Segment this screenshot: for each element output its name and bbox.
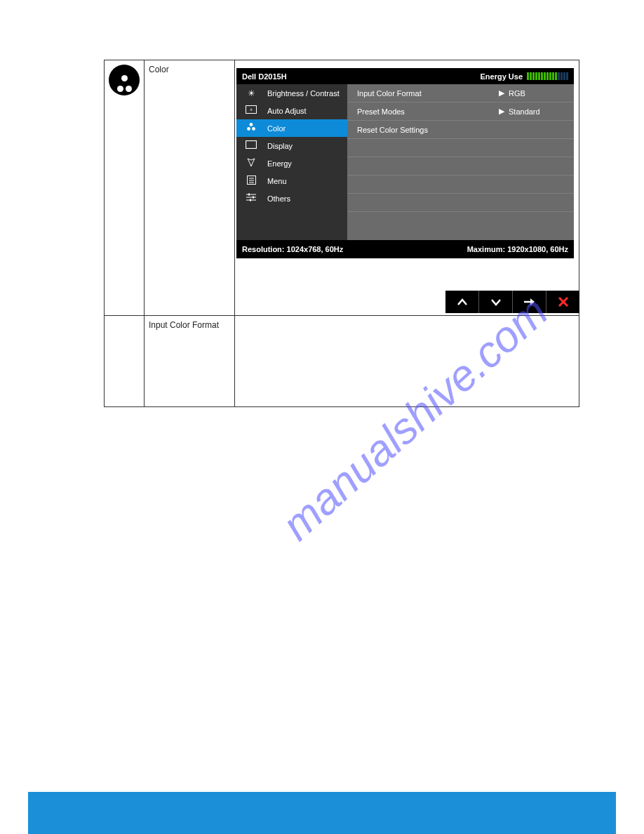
- submenu-arrow-icon: ▶: [495, 88, 509, 98]
- document-table: Color Dell D2015H Energy Use: [104, 60, 579, 407]
- svg-rect-14: [253, 197, 254, 199]
- nav-item-energy[interactable]: Energy: [236, 154, 347, 172]
- osd-title: Dell D2015H: [242, 72, 287, 81]
- energy-use-label: Energy Use: [480, 72, 523, 81]
- svg-point-4: [252, 127, 255, 131]
- up-button[interactable]: [445, 291, 479, 313]
- svg-point-3: [247, 127, 250, 131]
- nav-item-brightness[interactable]: ☀ Brightness / Contrast: [236, 84, 347, 102]
- osd-button-bar: [445, 291, 579, 313]
- osd-nav: ☀ Brightness / Contrast + Auto Adjust: [236, 84, 347, 240]
- close-button[interactable]: [546, 291, 579, 313]
- energy-gauge: [527, 72, 568, 80]
- osd-menu: Dell D2015H Energy Use: [236, 68, 574, 258]
- svg-rect-13: [248, 194, 250, 196]
- svg-text:+: +: [250, 107, 253, 112]
- nav-item-menu[interactable]: Menu: [236, 172, 347, 190]
- osd-header: Dell D2015H Energy Use: [236, 68, 574, 84]
- right-row-preset-modes[interactable]: Preset Modes ▶ Standard: [347, 102, 574, 121]
- display-icon: [245, 140, 257, 151]
- brightness-icon: ☀: [245, 88, 257, 98]
- osd-footer: Resolution: 1024x768, 60Hz Maximum: 1920…: [236, 240, 574, 258]
- menu-icon: [245, 176, 257, 187]
- enter-button[interactable]: [513, 291, 546, 313]
- right-row-reset-color[interactable]: Reset Color Settings: [347, 121, 574, 139]
- energy-icon: [245, 157, 257, 169]
- svg-rect-5: [246, 141, 257, 149]
- nav-item-autoadjust[interactable]: + Auto Adjust: [236, 102, 347, 119]
- nav-item-display[interactable]: Display: [236, 137, 347, 154]
- right-row-input-color-format[interactable]: Input Color Format ▶ RGB: [347, 84, 574, 102]
- submenu-arrow-icon: ▶: [495, 107, 509, 116]
- row-label-color: Color: [145, 60, 234, 74]
- nav-item-color[interactable]: Color: [236, 119, 347, 137]
- down-button[interactable]: [479, 291, 513, 313]
- svg-rect-15: [250, 199, 251, 201]
- color-nav-icon: [245, 122, 257, 134]
- color-icon: [109, 65, 140, 95]
- footer-resolution: Resolution: 1024x768, 60Hz: [242, 245, 343, 253]
- footer-maximum: Maximum: 1920x1080, 60Hz: [467, 245, 568, 253]
- nav-item-others[interactable]: Others: [236, 190, 347, 207]
- auto-adjust-icon: +: [245, 105, 257, 116]
- osd-right-panel: Input Color Format ▶ RGB Preset Modes ▶ …: [347, 84, 574, 240]
- svg-point-2: [250, 123, 253, 126]
- others-icon: [245, 193, 257, 204]
- row-label-input-color-format: Input Color Format: [145, 316, 234, 330]
- page-footer-bar: [28, 792, 616, 834]
